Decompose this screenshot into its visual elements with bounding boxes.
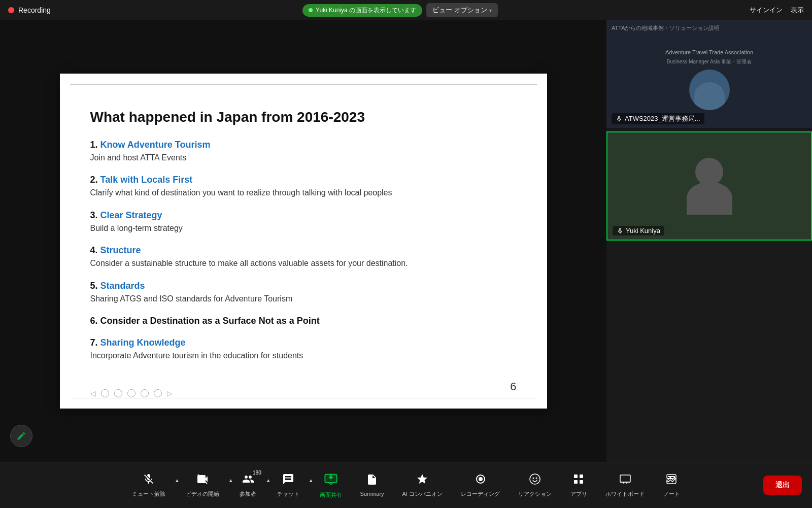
slide-item-4-header: 4. Structure (90, 245, 517, 256)
annotation-button[interactable] (10, 425, 32, 447)
chevron-down-icon: ▾ (489, 8, 492, 13)
card1-top-text: ATTAからの地域事例・ソリューション説明 (612, 24, 720, 32)
slide-item-3-desc: Build a long-term strategy (90, 223, 517, 234)
slide-item-1: 1. Know Adventure Tourism Join and host … (90, 140, 517, 163)
toolbar-screenshare[interactable]: 画面共有 (311, 472, 351, 499)
top-right-actions: サインイン 表示 (750, 6, 804, 15)
summary-label: Summary (360, 491, 384, 497)
svg-point-6 (533, 477, 534, 479)
participants-panel: ATTAからの地域事例・ソリューション説明 Adventure Travel T… (606, 20, 812, 462)
nav-next-icon[interactable]: ▷ (167, 389, 173, 397)
pen-icon (16, 431, 26, 441)
screenshare-icon (324, 472, 338, 489)
top-bar: Recording Yuki Kuniya の画面を表示しています ビュー オプ… (0, 0, 812, 20)
toolbar-ai[interactable]: AI コンパニオン (393, 473, 452, 498)
slide-item-2: 2. Talk with Locals First Clarify what k… (90, 175, 517, 198)
slide-item-2-header: 2. Talk with Locals First (90, 175, 517, 185)
apps-icon (572, 473, 585, 488)
slide-container: What happened in Japan from 2016-2023 1.… (60, 74, 547, 409)
svg-rect-2 (325, 474, 336, 482)
card2-name: Yuki Kuniya (626, 227, 660, 234)
nav-prev-icon[interactable]: ◁ (90, 389, 96, 397)
nav-dot-4[interactable] (141, 389, 149, 397)
center-bar: Yuki Kuniya の画面を表示しています ビュー オプション ▾ (302, 3, 498, 17)
slide-top-line (70, 84, 537, 85)
toolbar-summary[interactable]: Summary (351, 473, 393, 497)
video-label: ビデオの開始 (186, 490, 219, 498)
slide-item-3: 3. Clear Strategy Build a long-term stra… (90, 210, 517, 234)
svg-rect-10 (574, 480, 578, 484)
mute-icon (143, 473, 155, 488)
nav-dot-1[interactable] (101, 389, 109, 397)
summary-icon (366, 473, 378, 489)
card2-label: Yuki Kuniya (613, 226, 664, 235)
main-area: What happened in Japan from 2016-2023 1.… (0, 20, 606, 462)
participant-card-1: ATTAからの地域事例・ソリューション説明 Adventure Travel T… (606, 20, 812, 129)
slide-nav-dots: ◁ ▷ (90, 389, 173, 397)
nav-dot-2[interactable] (114, 389, 122, 397)
slide-page-number: 6 (510, 380, 516, 393)
slide-item-1-desc: Join and host ATTA Events (90, 152, 517, 163)
display-button[interactable]: 表示 (791, 6, 804, 15)
screen-share-dot (309, 8, 313, 12)
svg-rect-12 (620, 475, 630, 482)
toolbar-reaction[interactable]: リアクション (509, 473, 561, 498)
card2-video (607, 132, 811, 240)
participants-icon: 180 (242, 473, 254, 488)
screenshare-label: 画面共有 (320, 491, 342, 499)
recording-toolbar-icon (475, 473, 487, 488)
mute-label: ミュート解除 (132, 490, 165, 498)
svg-point-7 (536, 477, 537, 479)
card1-name: ATWS2023_運営事務局... (625, 114, 700, 123)
toolbar-video[interactable]: ビデオの開始 (177, 473, 228, 498)
slide-item-4: 4. Structure Consider a sustainable stru… (90, 245, 517, 269)
svg-rect-16 (668, 476, 675, 477)
nav-dot-3[interactable] (127, 389, 136, 397)
recording-toolbar-label: レコーディング (461, 490, 500, 498)
card1-label: ATWS2023_運営事務局... (612, 113, 704, 124)
toolbar-whiteboard[interactable]: ホワイトボード (596, 473, 654, 498)
video-icon (196, 473, 209, 488)
toolbar-chat[interactable]: チャット (268, 473, 309, 498)
slide-bottom-line (70, 398, 537, 398)
svg-rect-11 (580, 480, 583, 484)
slide-item-5-desc: Sharing ATGS and ISO standards for Adven… (90, 293, 517, 304)
reaction-icon (529, 473, 541, 488)
svg-rect-8 (574, 475, 578, 478)
toolbar-mute[interactable]: ミュート解除 (123, 473, 175, 498)
toolbar-recording[interactable]: レコーディング (452, 473, 509, 498)
toolbar-apps[interactable]: アプリ (561, 473, 596, 498)
view-option-button[interactable]: ビュー オプション ▾ (426, 3, 498, 17)
whiteboard-label: ホワイトボード (605, 490, 645, 498)
reaction-label: リアクション (518, 490, 552, 498)
notes-icon (665, 473, 678, 488)
end-meeting-button[interactable]: 退出 (763, 476, 802, 495)
participants-label: 参加者 (240, 490, 256, 498)
slide-item-7: 7. Sharing Knowledge Incorporate Adventu… (90, 337, 517, 361)
signin-button[interactable]: サインイン (750, 6, 783, 15)
svg-point-5 (530, 474, 540, 484)
ai-label: AI コンパニオン (402, 490, 443, 498)
svg-point-4 (479, 477, 483, 481)
slide-content: What happened in Japan from 2016-2023 1.… (60, 74, 547, 388)
card1-subtitle: Business Manager Asia 事業・管理者 (667, 58, 752, 65)
apps-label: アプリ (570, 490, 587, 498)
chat-icon (282, 473, 294, 488)
notes-label: ノート (663, 490, 680, 498)
recording-label: Recording (18, 6, 51, 14)
svg-rect-9 (580, 475, 583, 478)
slide-item-5: 5. Standards Sharing ATGS and ISO standa… (90, 281, 517, 304)
screen-share-text: Yuki Kuniya の画面を表示しています (316, 6, 416, 15)
card1-avatar (689, 70, 730, 110)
card1-subtitle-top: ATTAからの地域事例・ソリューション説明 (612, 24, 720, 32)
mic-icon (616, 115, 623, 122)
participant-card-2: Yuki Kuniya (606, 131, 812, 241)
participants-badge: 180 (253, 470, 261, 476)
nav-dot-5[interactable] (154, 389, 162, 397)
slide-item-6-header: 6. Consider a Destination as a Surface N… (90, 316, 517, 326)
recording-dot (8, 7, 14, 13)
toolbar-notes[interactable]: ノート (654, 473, 689, 498)
toolbar-participants[interactable]: 180 参加者 (230, 473, 266, 498)
svg-rect-17 (668, 478, 673, 479)
slide-title: What happened in Japan from 2016-2023 (90, 109, 517, 125)
